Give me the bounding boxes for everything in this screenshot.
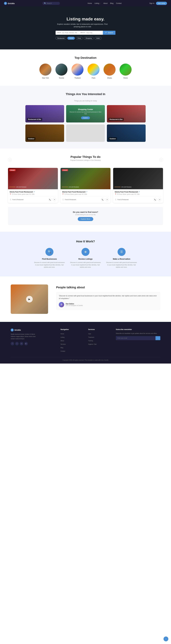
verified-icon-2: ✔	[86, 191, 87, 193]
signin-link[interactable]: Sign In	[149, 2, 154, 4]
footer-logo: ✦ Gricklo	[11, 328, 55, 332]
dest-name-toronto: Toronto	[59, 77, 64, 79]
popular-section: ‹ Popular Things To do Popular Exclusive…	[0, 148, 171, 232]
interests-title: Things Are You Interested In	[11, 92, 160, 96]
testimonial-content: People talking about "Discover & connect…	[56, 286, 160, 313]
dest-circle-thailand	[72, 64, 84, 76]
email-button-3[interactable]: ✉	[158, 198, 162, 201]
tag-party[interactable]: Party	[76, 37, 83, 40]
listing-img-2: Closed ★★★★★ 4.90 (230 Reviews)	[60, 168, 110, 189]
listing-footer-3: 🍴 Food & Restaurant 📞 ✉	[115, 196, 162, 201]
add-listing-button[interactable]: Add Listing	[156, 2, 167, 5]
footer-nav-blog[interactable]: Blog	[60, 347, 63, 348]
youtube-icon[interactable]: ▶	[24, 342, 28, 345]
explore-more-button[interactable]: Explore More	[78, 217, 93, 221]
newsletter-email-input[interactable]	[116, 336, 156, 340]
find-more-count: 10,563 listing for you on our list.	[75, 214, 96, 216]
nav-listing[interactable]: Listing ▾	[94, 2, 101, 5]
nav-home[interactable]: Home	[88, 2, 92, 4]
interest-card-restaurant-bar-2[interactable]: Restaurant & Bar	[107, 105, 146, 122]
destination-rome[interactable]: Rome	[120, 64, 132, 79]
interests-section: Things Are You Interested In Things you …	[0, 86, 171, 148]
call-button-1[interactable]: 📞	[48, 198, 52, 201]
where-input[interactable]	[86, 32, 101, 34]
how-card-review: ⊕ Review Listings Discover & connect wit…	[70, 248, 101, 268]
tag-hotel[interactable]: Hotel	[94, 37, 102, 40]
destination-toronto[interactable]: Toronto	[56, 64, 68, 79]
nav-about[interactable]: About	[103, 2, 108, 4]
footer-nav-about[interactable]: About	[60, 340, 64, 342]
interest-bg-6: Outdoor	[107, 124, 146, 142]
fork-icon-3: 🍴	[115, 198, 117, 200]
explore-button[interactable]: Explore	[81, 116, 90, 119]
linkedin-icon[interactable]: in	[20, 342, 23, 345]
footer-nav-contact[interactable]: Contact	[60, 350, 65, 352]
call-button-3[interactable]: 📞	[153, 198, 157, 201]
footer-nav-listing[interactable]: Listing	[60, 336, 64, 338]
prev-arrow-button[interactable]: ‹	[8, 158, 12, 162]
dest-circle-new-york	[40, 64, 52, 76]
tag-shopping[interactable]: Shopping	[84, 37, 94, 40]
reserve-icon: ☰	[118, 248, 126, 256]
interest-card-restaurant-bar-1[interactable]: Restaurant & Bar	[26, 105, 64, 122]
nav-footer-title: Navigation	[60, 328, 83, 330]
interest-card-shopping[interactable]: Shopping Center Discover & connect two-l…	[66, 105, 105, 122]
listing-category-3: 🍴 Food & Restaurant	[115, 198, 129, 200]
review-desc: Discover & connect with great local busi…	[70, 261, 101, 268]
footer-service-care[interactable]: Care	[88, 333, 91, 334]
dest-name-rome: Rome	[124, 77, 128, 79]
footer-nav-home[interactable]: Home	[60, 333, 64, 334]
nav-contact[interactable]: Contact	[116, 2, 122, 4]
email-button-1[interactable]: ✉	[53, 198, 56, 201]
listing-info-3: Gloria Fast Food Restaurant ✔ 📍 75 Princ…	[113, 189, 163, 203]
search-button[interactable]: 🔍 Search	[103, 31, 116, 35]
navbar-search-box[interactable]: 🔍	[42, 2, 60, 5]
footer-service-hygiene[interactable]: Hygiene: Clair	[88, 344, 96, 345]
testimonial-title: People talking about	[56, 286, 160, 289]
facebook-icon[interactable]: f	[11, 342, 14, 345]
author-info: Dan Delion UI & UX Designer at Colorlib	[66, 303, 83, 306]
newsletter-form: →	[116, 336, 160, 340]
navbar-search-input[interactable]	[47, 2, 60, 4]
next-arrow-button[interactable]: ›	[159, 158, 163, 162]
tag-home[interactable]: Home	[67, 37, 75, 40]
footer-service-treatment[interactable]: Treatment	[88, 336, 94, 338]
play-button[interactable]: ▶	[26, 296, 33, 302]
reserve-desc: Discover & connect with great local busi…	[106, 261, 137, 268]
newsletter-desc: Subscribe our newsletter to get updates …	[116, 332, 160, 334]
footer-nav-services[interactable]: Services	[60, 344, 66, 345]
listing-category-1: 🍴 Food & Restaurant	[10, 198, 24, 200]
footer: ✦ Gricklo Seddo eiusmod tempor incidunt …	[0, 322, 171, 364]
email-button-2[interactable]: ✉	[106, 198, 109, 201]
destination-thailand[interactable]: Thailand	[72, 64, 84, 79]
listing-stars-3: ★★★★★ 4.90 (230 Reviews)	[114, 186, 132, 188]
interest-card-outdoor-1[interactable]: Outdoor	[26, 124, 64, 142]
testimonial-section: ▶ People talking about "Discover & conne…	[0, 276, 171, 322]
listing-card-1[interactable]: Closed ★★★★★ 4.90 (230 Reviews) Gloria F…	[8, 168, 58, 203]
call-button-2[interactable]: 📞	[101, 198, 104, 201]
what-input[interactable]	[62, 32, 77, 34]
twitter-icon[interactable]: t	[15, 342, 19, 345]
newsletter-submit-button[interactable]: →	[156, 336, 160, 340]
hero-title: Listing made easy.	[56, 16, 115, 22]
listing-card-3[interactable]: ★★★★★ 4.90 (230 Reviews) Gloria Fast Foo…	[113, 168, 163, 203]
find-desc: Discover & connect with great local busi…	[34, 261, 65, 268]
listing-name-2: Gloria Fast Food Restaurant ✔	[62, 191, 109, 193]
search-where-section: Where?	[79, 31, 103, 35]
tag-restaurant[interactable]: Restaurant	[56, 37, 66, 40]
popular-header: ‹ Popular Things To do Popular Exclusive…	[8, 155, 163, 164]
listing-stars-1: ★★★★★ 4.90 (230 Reviews)	[9, 186, 26, 188]
destination-dhaka[interactable]: Dhaka	[104, 64, 116, 79]
nav-blog[interactable]: Blog	[110, 2, 114, 4]
destination-paris[interactable]: Paris	[88, 64, 100, 79]
destination-new-york[interactable]: New York	[40, 64, 52, 79]
nav-listing-link[interactable]: Listing	[94, 2, 99, 4]
interest-bg-1: Restaurant & Bar	[26, 105, 64, 122]
interest-card-outdoor-2[interactable]: Outdoor	[107, 124, 146, 142]
listing-card-2[interactable]: Closed ★★★★★ 4.90 (230 Reviews) Gloria F…	[60, 168, 110, 203]
footer-nav-links: Home Listing About Services Blog Contact	[60, 332, 83, 352]
where-label: Where?	[80, 32, 85, 34]
listing-category-2: 🍴 Food & Restaurant	[62, 198, 76, 200]
listing-footer-1: 🍴 Food & Restaurant 📞 ✉	[10, 196, 56, 201]
footer-service-training[interactable]: Training	[88, 340, 93, 342]
